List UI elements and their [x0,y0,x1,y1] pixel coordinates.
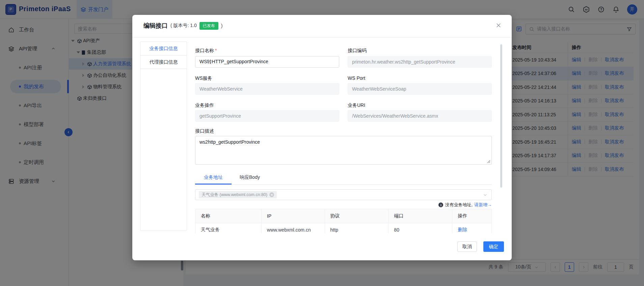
address-table-header: 名称IP协议端口操作 [195,209,491,223]
confirm-button[interactable]: 确定 [483,241,504,252]
dialog-version-prefix: ( 版本号: 1.0 [170,23,197,29]
remove-tag-icon[interactable]: ✕ [269,192,274,197]
address-column-header: 端口 [388,209,452,223]
field-label-ws-service: WS服务 [195,75,212,81]
selected-address-label: 天气业务 (www.webxml.com.cn:80) [202,192,267,198]
address-column-header: 操作 [452,209,491,223]
description-text: ws2http_getSupportProvince [199,139,260,145]
address-actions-cell: 删除 [452,223,491,233]
dialog-body: 业务接口信息代理接口信息 接口名称* 接口编码 WS服务 WS Port 业务操… [132,42,512,233]
address-tab-1[interactable]: 响应Body [232,172,268,184]
address-tab-0[interactable]: 业务地址 [195,172,232,184]
address-column-header: 名称 [195,209,262,223]
interface-name-input[interactable] [195,56,339,68]
ws-service-input [195,83,339,95]
interface-code-input [348,56,492,68]
notice-text: 没有业务地址, [445,202,473,208]
address-cell: 80 [388,223,452,233]
business-operation-input [195,110,339,122]
field-label-code: 接口编码 [348,48,367,54]
business-address-select[interactable]: 天气业务 (www.webxml.com.cn:80) ✕ [195,189,492,200]
chevron-down-icon [483,193,487,197]
add-address-link[interactable]: 请新增→ [474,202,492,208]
ws-port-input [348,83,492,95]
no-address-notice: i 没有业务地址, 请新增→ [195,202,492,208]
address-column-header: IP [262,209,325,223]
close-icon[interactable] [495,22,502,28]
field-label-ws-port: WS Port [348,75,365,81]
dialog-scrollbar[interactable] [500,44,502,188]
field-label-uri: 业务URI [348,102,365,109]
address-cell: www.webxml.com.cn [262,223,325,233]
dialog-tab-1[interactable]: 代理接口信息 [140,55,187,69]
delete-address-link[interactable]: 删除 [458,227,467,233]
selected-address-tag: 天气业务 (www.webxml.com.cn:80) ✕ [199,191,277,198]
edit-interface-dialog: 编辑接口 ( 版本号: 1.0 已发布 ) 业务接口信息代理接口信息 接口名称*… [132,15,512,260]
interface-description-textarea[interactable]: ws2http_getSupportProvince [195,136,492,165]
dialog-version-suffix: ) [221,23,223,28]
published-status-badge: 已发布 [199,22,218,30]
field-label-description: 接口描述 [195,128,214,134]
field-label-operation: 业务操作 [195,102,214,109]
cancel-button[interactable]: 取消 [457,241,477,252]
resize-handle-icon[interactable] [487,160,490,163]
dialog-header-divider [132,37,512,38]
info-icon: i [438,202,443,207]
field-label-name: 接口名称* [195,48,217,54]
business-uri-input [348,110,492,122]
address-column-header: 协议 [325,209,389,223]
dialog-tab-0[interactable]: 业务接口信息 [140,42,187,55]
dialog-side-tabs: 业务接口信息代理接口信息 [140,42,187,231]
address-tabs: 业务地址响应Body [195,172,492,185]
app-root: P Primeton iPaaS 开发门户 AI ? 开 工作台API管理 [0,0,644,286]
address-table-row: 天气业务www.webxml.com.cnhttp80删除 [195,223,491,233]
address-table: 名称IP协议端口操作天气业务www.webxml.com.cnhttp80删除 [195,209,492,233]
dialog-title: 编辑接口 [143,22,168,30]
address-cell: 天气业务 [195,223,262,233]
required-asterisk: * [215,48,217,53]
address-cell: http [325,223,389,233]
